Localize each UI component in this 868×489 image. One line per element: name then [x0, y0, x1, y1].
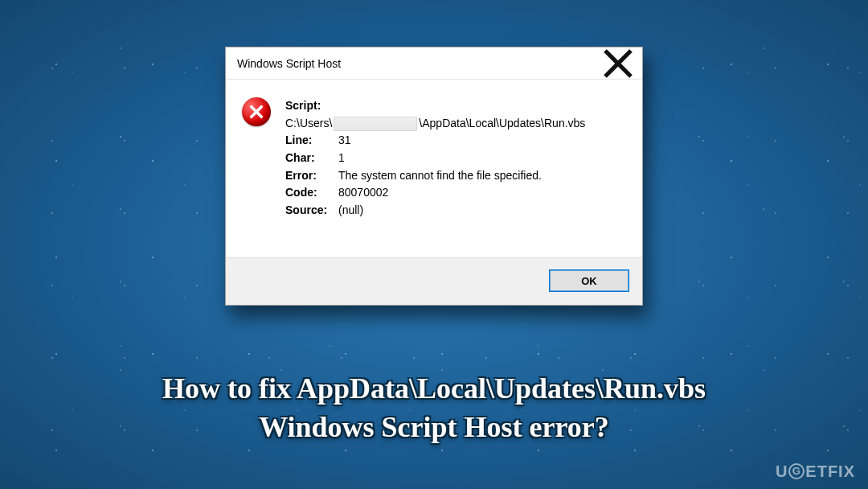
value-source: (null) [338, 202, 363, 220]
watermark-logo: U G ETFIX [776, 462, 855, 481]
script-path: C:\Users\ \AppData\Local\Updates\Run.vbs [285, 115, 585, 133]
close-button[interactable] [602, 51, 634, 76]
row-char: Char: 1 [285, 150, 585, 167]
label-line: Line: [285, 132, 338, 150]
path-prefix: C:\Users\ [285, 115, 332, 133]
label-source: Source: [285, 202, 338, 220]
value-line: 31 [338, 132, 351, 150]
page-caption: How to fix AppData\Local\Updates\Run.vbs… [0, 369, 868, 447]
caption-line-1: How to fix AppData\Local\Updates\Run.vbs [24, 369, 844, 409]
row-source: Source: (null) [285, 202, 585, 220]
row-error: Error: The system cannot find the file s… [285, 167, 585, 185]
value-char: 1 [338, 150, 345, 167]
value-error: The system cannot find the file specifie… [338, 167, 542, 185]
watermark-pre: U [776, 462, 788, 481]
row-code: Code: 80070002 [285, 184, 585, 202]
value-code: 80070002 [338, 184, 388, 202]
close-icon [602, 47, 634, 80]
path-suffix: \AppData\Local\Updates\Run.vbs [419, 115, 585, 133]
watermark-post: ETFIX [805, 462, 855, 481]
error-icon [242, 97, 271, 126]
ok-button[interactable]: OK [549, 269, 629, 292]
dialog-title: Windows Script Host [237, 57, 341, 70]
caption-line-2: Windows Script Host error? [24, 408, 844, 447]
error-details: Script: C:\Users\ \AppData\Local\Updates… [285, 97, 585, 249]
watermark-mid: G [788, 463, 805, 479]
row-line: Line: 31 [285, 132, 585, 150]
dialog-body: Script: C:\Users\ \AppData\Local\Updates… [226, 80, 642, 257]
redacted-username [334, 117, 417, 131]
label-code: Code: [285, 184, 338, 202]
script-host-dialog: Windows Script Host Script: C:\Users\ \A… [225, 47, 643, 306]
label-error: Error: [285, 167, 338, 185]
dialog-footer: OK [226, 257, 642, 305]
script-label: Script: [285, 97, 585, 115]
title-bar: Windows Script Host [226, 47, 642, 80]
label-char: Char: [285, 150, 338, 167]
